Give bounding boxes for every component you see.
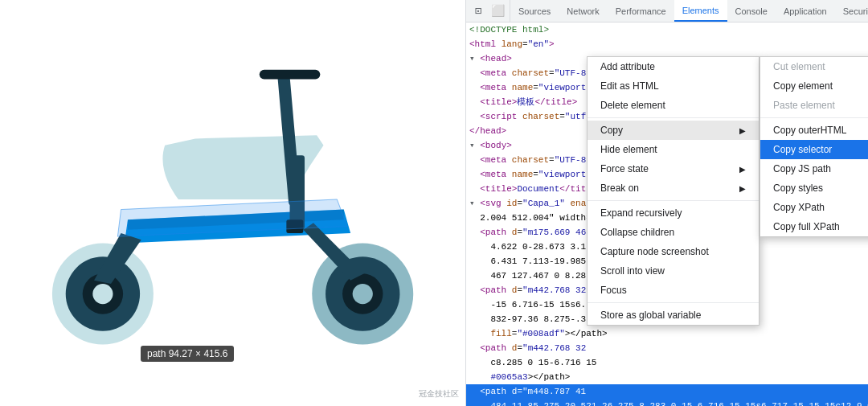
tab-elements[interactable]: Elements (674, 0, 727, 22)
context-menu-item-delete-element[interactable]: Delete element (588, 96, 759, 115)
context-menu-separator-1 (588, 117, 759, 118)
context-menu-separator-2 (588, 200, 759, 201)
submenu-separator-1 (760, 117, 868, 118)
submenu-item-copy-selector[interactable]: Copy selector (760, 140, 868, 159)
code-panel[interactable]: <!DOCTYPE html> <html lang="en"> ▾ <head… (466, 23, 868, 406)
svg-rect-1 (259, 69, 320, 79)
submenu-item-copy-full-xpath[interactable]: Copy full XPath (760, 217, 868, 236)
submenu-item-cut-element[interactable]: Cut element (760, 57, 868, 76)
code-line[interactable]: <path d="m442.768 32 (466, 341, 868, 355)
force-state-arrow-icon: ▶ (739, 165, 746, 174)
context-menu-item-scroll-into-view[interactable]: Scroll into view (588, 261, 759, 281)
submenu-item-copy-styles[interactable]: Copy styles (760, 178, 868, 198)
context-menu-item-break-on[interactable]: Break on ▶ (588, 178, 759, 198)
context-menu-item-capture-screenshot[interactable]: Capture node screenshot (588, 242, 759, 261)
context-menu-item-copy[interactable]: Copy ▶ (588, 121, 759, 140)
submenu-item-copy-outerhtml[interactable]: Copy outerHTML (760, 121, 868, 140)
context-menu-item-collapse-children[interactable]: Collapse children (588, 223, 759, 242)
context-menu-item-expand-recursively[interactable]: Expand recursively (588, 203, 759, 223)
path-tooltip: path 94.27 × 415.6 (141, 346, 234, 362)
code-line[interactable]: #0065a3></path> (466, 370, 868, 384)
context-menu-item-edit-as-html[interactable]: Edit as HTML (588, 76, 759, 96)
context-menu-item-store-global[interactable]: Store as global variable (588, 306, 759, 325)
tab-network[interactable]: Network (559, 0, 607, 22)
submenu-item-paste-element[interactable]: Paste element (760, 96, 868, 115)
submenu-item-copy-xpath[interactable]: Copy XPath (760, 198, 868, 217)
tab-console[interactable]: Console (727, 0, 776, 22)
inspect-icon[interactable]: ⊡ (469, 2, 487, 20)
watermark: 冠金技社区 (419, 388, 459, 400)
right-panel: ⊡ ⬜ Sources Network Performance Elements… (466, 0, 868, 406)
context-menu-separator-3 (588, 302, 759, 303)
tab-performance[interactable]: Performance (608, 0, 674, 22)
submenu-item-copy-js-path[interactable]: Copy JS path (760, 159, 868, 178)
code-line-selected-2[interactable]: 484-11.85.275-20.521-26.275-8.283 0-15-6… (466, 399, 868, 406)
copy-submenu: Cut element Copy element Paste element C… (760, 56, 868, 237)
context-menu-item-focus[interactable]: Focus (588, 281, 759, 300)
context-menu: Add attribute Edit as HTML Delete elemen… (587, 56, 760, 326)
svg-point-6 (92, 283, 113, 303)
scooter-container: path 94.27 × 415.6 冠金技社区 (0, 0, 465, 406)
code-line[interactable]: <html lang="en"> (466, 37, 868, 51)
left-panel: path 94.27 × 415.6 冠金技社区 (0, 0, 466, 406)
devtools-nav: ⊡ ⬜ Sources Network Performance Elements… (466, 0, 868, 23)
code-line[interactable]: fill="#008adf"></path> (466, 326, 868, 341)
tab-application[interactable]: Application (776, 0, 835, 22)
copy-arrow-icon: ▶ (739, 126, 746, 135)
submenu-item-copy-element[interactable]: Copy element (760, 76, 868, 96)
break-on-arrow-icon: ▶ (739, 184, 746, 193)
code-line[interactable]: <!DOCTYPE html> (466, 23, 868, 37)
context-menu-item-add-attribute[interactable]: Add attribute (588, 57, 759, 76)
tab-sources[interactable]: Sources (510, 0, 559, 22)
context-menu-item-hide-element[interactable]: Hide element (588, 140, 759, 159)
context-menu-item-force-state[interactable]: Force state ▶ (588, 159, 759, 178)
code-line[interactable]: c8.285 0 15-6.716 15 (466, 355, 868, 370)
tab-security[interactable]: Security (835, 0, 868, 22)
device-icon[interactable]: ⬜ (489, 2, 506, 20)
svg-point-10 (352, 283, 372, 303)
code-line-selected[interactable]: <path d="m448.787 41 (466, 384, 868, 399)
